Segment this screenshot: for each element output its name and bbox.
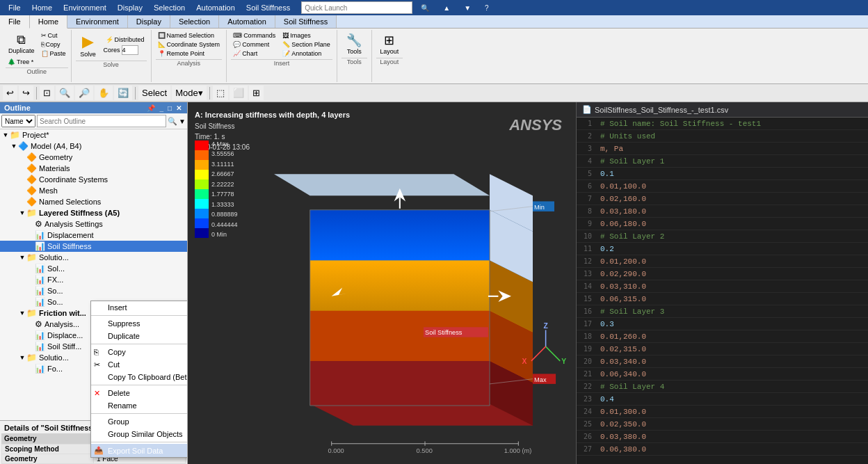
search-icon[interactable]: 🔍 — [168, 117, 177, 126]
tree-sol-a3[interactable]: 📊 So... — [0, 285, 187, 296]
tree-soil-stiffness[interactable]: 📊 Soil Stiffness — [0, 241, 187, 252]
search-options-icon[interactable]: ▼ — [179, 118, 186, 125]
menu-automation[interactable]: Automation — [191, 3, 241, 12]
viewport-area: A: Increasing stiffness with depth, 4 la… — [188, 102, 576, 464]
tb-zoom-in[interactable]: 🔎 — [75, 86, 93, 100]
tools-button[interactable]: 🔧 Tools — [341, 31, 367, 56]
tree-analysis-settings[interactable]: ⚙ Analysis Settings — [0, 218, 187, 230]
remote-point-button[interactable]: 📍 Remote Point — [156, 49, 223, 58]
section-icon: 📏 — [282, 41, 290, 48]
named-selection-button[interactable]: 🔲 Named Selection — [156, 31, 223, 40]
tb-pan[interactable]: ✋ — [95, 86, 113, 100]
section-plane-button[interactable]: 📏 Section Plane — [280, 40, 332, 49]
annotation-button[interactable]: 📝 Annotation — [280, 49, 332, 58]
line-number: 26 — [577, 433, 597, 440]
ns-label: Named Selections — [39, 198, 101, 206]
tb-zoom-fit[interactable]: ⊡ — [40, 86, 54, 100]
cores-input[interactable] — [122, 45, 138, 55]
paste-button[interactable]: 📋 Paste — [39, 49, 68, 58]
ctx-copy-clipboard[interactable]: Copy To Clipboard (Beta) — [91, 371, 188, 383]
cut-button[interactable]: ✂ Cut — [39, 31, 68, 40]
coordinate-system-button[interactable]: 📐 Coordinate System — [156, 40, 223, 49]
tb-rotate[interactable]: 🔄 — [114, 86, 132, 100]
duplicate-button[interactable]: ⧉ Duplicate — [6, 31, 38, 58]
tree-coord[interactable]: 🔶 Coordinate Systems — [0, 174, 187, 185]
solve-button[interactable]: ▶ Solve — [76, 31, 101, 59]
tb-zoom-box[interactable]: 🔍 — [56, 86, 74, 100]
tab-file[interactable]: File — [0, 15, 30, 29]
tree-materials[interactable]: 🔶 Materials — [0, 163, 187, 174]
outline-minimize[interactable]: _ — [158, 104, 165, 112]
line-text: 0.03,380.0 — [597, 433, 646, 441]
csv-line: 260.03,380.0 — [577, 431, 868, 443]
tb-view1[interactable]: ⬚ — [213, 86, 228, 100]
search-input[interactable] — [37, 115, 166, 127]
commands-button[interactable]: ⌨ Commands — [231, 31, 278, 40]
tb-redo[interactable]: ↪ — [19, 86, 33, 100]
menu-selection[interactable]: Selection — [148, 3, 191, 12]
tree-named-sel[interactable]: 🔶 Named Selections — [0, 196, 187, 207]
csv-line: 16# Soil Layer 3 — [577, 305, 868, 318]
ctx-rename[interactable]: Rename F2 — [91, 399, 188, 412]
tree-geometry[interactable]: 🔶 Geometry — [0, 152, 187, 163]
menu-display[interactable]: Display — [112, 3, 148, 12]
ctx-delete-icon: ✕ — [94, 389, 100, 398]
max-label-text: Max — [534, 376, 547, 383]
outline-pin[interactable]: 📌 — [145, 104, 156, 112]
tree-layered[interactable]: ▼ 📁 Layered Stiffness (A5) — [0, 207, 187, 218]
tree-tab[interactable]: 🌲 Tree * — [6, 58, 35, 66]
tree-displacement[interactable]: 📊 Displacement — [0, 230, 187, 241]
ns-arrow — [18, 198, 26, 205]
tab-automation[interactable]: Automation — [219, 15, 275, 28]
tree-sol-a1[interactable]: 📊 Sol... — [0, 263, 187, 274]
distributed-button[interactable]: ⚡ Distributed — [104, 35, 147, 44]
comment-button[interactable]: 💬 Comment — [231, 40, 278, 49]
copy-button[interactable]: ⎘ Copy — [39, 40, 68, 49]
tb-undo[interactable]: ↩ — [3, 86, 17, 100]
csv-line: 1# Soil name: Soil Stiffness - test1 — [577, 118, 868, 130]
project-icon: 📁 — [10, 130, 20, 140]
menu-file[interactable]: File — [3, 3, 26, 12]
ss-arrow — [26, 243, 35, 250]
search-filter-select[interactable]: Name — [1, 115, 35, 127]
ctx-insert[interactable]: Insert ▶ — [91, 301, 188, 314]
sa3-icon: 📊 — [35, 286, 45, 296]
images-button[interactable]: 🖼 Images — [280, 31, 332, 40]
tab-display[interactable]: Display — [128, 15, 170, 28]
tree-project[interactable]: ▼ 📁 Project* — [0, 129, 187, 141]
outline-close[interactable]: ✕ — [175, 104, 183, 112]
tab-environment[interactable]: Environment — [67, 15, 128, 28]
layout-button[interactable]: ⊞ Layout — [376, 31, 403, 56]
chart-button[interactable]: 📈 Chart — [231, 49, 278, 58]
menu-environment[interactable]: Environment — [58, 3, 112, 12]
tb-select[interactable]: Select — [138, 86, 170, 100]
ctx-delete[interactable]: ✕ Delete — [91, 387, 188, 399]
line-text: 0.01,300.0 — [597, 408, 646, 416]
ctx-cut[interactable]: ✂ Cut — [91, 358, 188, 371]
ctx-group-label: Group — [108, 417, 129, 426]
menu-soil-stiffness[interactable]: Soil Stiffness — [241, 3, 296, 12]
csv-content[interactable]: 1# Soil name: Soil Stiffness - test12# U… — [577, 118, 868, 464]
tab-soil-stiffness[interactable]: Soil Stiffness — [275, 15, 337, 28]
tree-sol-a2[interactable]: 📊 FX... — [0, 274, 187, 285]
ctx-export-soil[interactable]: 📤 Export Soil Data ↖ — [91, 444, 188, 457]
ctx-group-similar[interactable]: Group Similar Objects — [91, 428, 188, 440]
line-text: # Soil Layer 1 — [597, 157, 664, 166]
tree-solution-a[interactable]: ▼ 📁 Solutio... — [0, 252, 187, 263]
tb-view3[interactable]: ⊞ — [249, 86, 264, 100]
outline-maximize[interactable]: □ — [166, 104, 173, 112]
duplicate-icon: ⧉ — [17, 33, 26, 47]
tb-view2[interactable]: ⬜ — [230, 86, 248, 100]
tab-selection[interactable]: Selection — [170, 15, 219, 28]
quick-launch-input[interactable] — [301, 1, 412, 14]
tab-home[interactable]: Home — [30, 15, 67, 29]
tree-mesh[interactable]: 🔶 Mesh — [0, 185, 187, 196]
soil-front4 — [310, 361, 490, 406]
menu-home[interactable]: Home — [26, 3, 58, 12]
ctx-group[interactable]: Group Ctrl+G — [91, 415, 188, 428]
tree-model[interactable]: ▼ 🔷 Model (A4, B4) — [0, 141, 187, 152]
ctx-duplicate[interactable]: Duplicate — [91, 330, 188, 342]
tb-mode[interactable]: Mode▾ — [172, 86, 207, 100]
ctx-suppress[interactable]: Suppress — [91, 317, 188, 330]
ctx-copy[interactable]: ⎘ Copy — [91, 346, 188, 358]
